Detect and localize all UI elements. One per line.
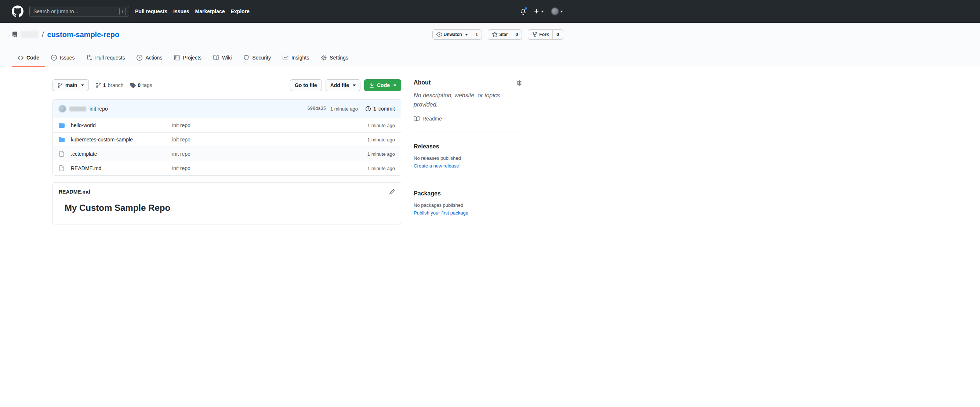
- nav-explore[interactable]: Explore: [231, 8, 249, 14]
- file-age: 1 minute ago: [368, 123, 395, 128]
- repo-name-link[interactable]: custom-sample-repo: [47, 30, 120, 39]
- fork-button[interactable]: Fork: [528, 29, 553, 40]
- repo-icon: [12, 32, 18, 37]
- tab-insights[interactable]: Insights: [277, 49, 315, 67]
- commit-timestamp: 1 minute ago: [330, 106, 358, 112]
- branch-icon: [57, 82, 63, 88]
- file-commit-message-link[interactable]: init repo: [172, 165, 368, 171]
- pencil-icon: [389, 189, 395, 195]
- tab-code[interactable]: Code: [12, 49, 45, 67]
- folder-icon: [59, 122, 65, 128]
- repo-sidebar: About No description, website, or topics…: [414, 79, 522, 227]
- stars-count[interactable]: 0: [512, 29, 522, 40]
- file-age: 1 minute ago: [368, 137, 395, 142]
- branches-link[interactable]: 1branch: [95, 82, 124, 88]
- user-menu[interactable]: [551, 8, 563, 15]
- nav-pull-requests[interactable]: Pull requests: [135, 8, 167, 14]
- repo-owner-redacted[interactable]: [21, 31, 38, 38]
- eye-icon: [436, 32, 442, 37]
- file-age: 1 minute ago: [368, 166, 395, 171]
- star-button[interactable]: Star: [488, 29, 512, 40]
- commit-author-redacted[interactable]: [69, 107, 86, 111]
- plus-icon: [534, 8, 539, 14]
- table-row[interactable]: hello-world init repo 1 minute ago: [53, 118, 401, 132]
- readme-box: README.md My Custom Sample Repo: [52, 182, 401, 224]
- tab-security[interactable]: Security: [237, 49, 277, 67]
- search-input[interactable]: [33, 8, 119, 15]
- file-list-box: init repo 698da35 1 minute ago 1commit h…: [52, 99, 401, 176]
- graph-icon: [283, 55, 288, 61]
- tab-issues[interactable]: Issues: [45, 49, 80, 67]
- download-icon: [369, 82, 375, 88]
- releases-section: Releases No releases published Create a …: [414, 133, 522, 180]
- issue-icon: [51, 55, 57, 61]
- commit-author-avatar[interactable]: [59, 105, 66, 112]
- slash-shortcut-hint: /: [119, 8, 126, 15]
- nav-marketplace[interactable]: Marketplace: [195, 8, 225, 14]
- commit-history-link[interactable]: 1commit: [365, 106, 395, 112]
- tab-pull-requests[interactable]: Pull requests: [80, 49, 130, 67]
- notifications-button[interactable]: [520, 8, 527, 15]
- file-commit-message-link[interactable]: init repo: [172, 151, 368, 157]
- search-box[interactable]: /: [29, 6, 129, 17]
- avatar: [551, 8, 558, 15]
- book-icon: [414, 116, 420, 121]
- tab-wiki[interactable]: Wiki: [207, 49, 237, 67]
- project-icon: [174, 55, 180, 61]
- fork-button-group: Fork 0: [528, 29, 563, 40]
- sidebar-readme-link[interactable]: Readme: [414, 116, 522, 121]
- file-commit-message-link[interactable]: init repo: [172, 122, 368, 128]
- clock-history-icon: [365, 106, 371, 112]
- github-logo-icon[interactable]: [12, 5, 24, 17]
- releases-title: Releases: [414, 143, 522, 150]
- unwatch-button[interactable]: Unwatch: [433, 29, 472, 40]
- file-commit-message-link[interactable]: init repo: [172, 137, 368, 142]
- repo-content: main 1branch 0tags Go to file Add file: [52, 79, 401, 227]
- star-button-group: Star 0: [488, 29, 522, 40]
- breadcrumb: / custom-sample-repo Unwatch 1 Star: [12, 29, 563, 40]
- about-description: No description, website, or topics provi…: [414, 91, 522, 110]
- tab-settings[interactable]: Settings: [315, 49, 354, 67]
- tab-projects[interactable]: Projects: [168, 49, 207, 67]
- branch-select-button[interactable]: main: [52, 79, 89, 91]
- forks-count[interactable]: 0: [553, 29, 563, 40]
- file-icon: [59, 151, 65, 157]
- publish-package-link[interactable]: Publish your first package: [414, 210, 522, 215]
- add-file-button[interactable]: Add file: [326, 79, 360, 91]
- file-name-link[interactable]: .cctemplate: [71, 151, 97, 157]
- commit-sha-link[interactable]: 698da35: [307, 106, 326, 111]
- table-row[interactable]: kubernetes-custom-sample init repo 1 min…: [53, 132, 401, 147]
- nav-issues[interactable]: Issues: [173, 8, 189, 14]
- repo-tabs: Code Issues Pull requests Actions Projec…: [12, 49, 563, 67]
- commit-message-link[interactable]: init repo: [89, 106, 108, 112]
- branch-icon: [95, 82, 101, 88]
- tag-icon: [130, 82, 136, 88]
- table-row[interactable]: README.md init repo 1 minute ago: [53, 161, 401, 175]
- tab-actions[interactable]: Actions: [130, 49, 168, 67]
- chevron-down-icon: [560, 11, 563, 13]
- go-to-file-button[interactable]: Go to file: [290, 79, 322, 91]
- create-new-menu[interactable]: [534, 8, 544, 14]
- file-navigation-toolbar: main 1branch 0tags Go to file Add file: [52, 79, 401, 91]
- file-age: 1 minute ago: [368, 151, 395, 157]
- shield-icon: [243, 55, 249, 61]
- file-name-link[interactable]: kubernetes-custom-sample: [71, 137, 133, 142]
- about-section: About No description, website, or topics…: [414, 79, 522, 133]
- edit-readme-button[interactable]: [389, 188, 395, 195]
- tags-link[interactable]: 0tags: [130, 82, 152, 88]
- releases-empty-text: No releases published: [414, 155, 522, 161]
- chevron-down-icon: [81, 85, 84, 86]
- edit-about-button[interactable]: [516, 79, 522, 86]
- chevron-down-icon: [541, 11, 544, 13]
- gear-icon: [321, 55, 327, 61]
- file-name-link[interactable]: hello-world: [71, 122, 96, 128]
- table-row[interactable]: .cctemplate init repo 1 minute ago: [53, 147, 401, 161]
- star-icon: [492, 32, 498, 37]
- gear-icon: [516, 80, 522, 86]
- fork-icon: [532, 32, 538, 37]
- code-download-button[interactable]: Code: [364, 79, 401, 91]
- file-name-link[interactable]: README.md: [71, 165, 101, 171]
- create-release-link[interactable]: Create a new release: [414, 163, 522, 169]
- watchers-count[interactable]: 1: [472, 29, 482, 40]
- top-nav: Pull requests Issues Marketplace Explore: [135, 8, 250, 14]
